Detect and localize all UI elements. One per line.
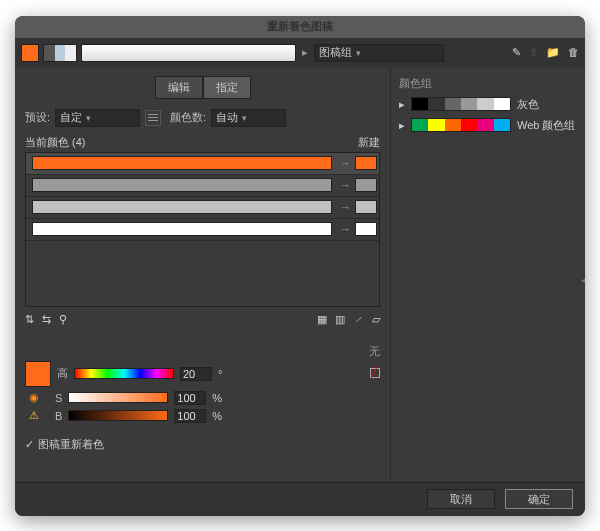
preset-dropdown[interactable]: 自定 bbox=[55, 109, 140, 127]
dialog-window: 重新着色图稿 ▸ 图稿组 ✎ ⇪ 📁 🗑 编辑 指定 预设: 自定 颜色数: 自… bbox=[15, 16, 585, 516]
color-row[interactable]: → bbox=[26, 219, 379, 241]
recolor-checkbox-row[interactable]: ✓ 图稿重新着色 bbox=[25, 437, 380, 452]
arrow-icon[interactable]: → bbox=[336, 157, 355, 169]
gray-swatch bbox=[411, 97, 511, 111]
current-colors-label: 当前颜色 (4) bbox=[25, 135, 86, 150]
web-swatch bbox=[411, 118, 511, 132]
colors-header: 当前颜色 (4) 新建 bbox=[25, 135, 380, 150]
preset-label: 预设: bbox=[25, 110, 50, 125]
left-panel: 编辑 指定 预设: 自定 颜色数: 自动 当前颜色 (4) 新建 →→→→ ⇅ … bbox=[15, 68, 390, 482]
dialog-title: 重新着色图稿 bbox=[267, 19, 333, 34]
color-bar[interactable] bbox=[32, 178, 332, 192]
new-color-chip[interactable] bbox=[355, 156, 377, 170]
tab-edit[interactable]: 编辑 bbox=[155, 76, 203, 99]
eyedropper-icon[interactable]: ✎ bbox=[512, 46, 521, 59]
toolbar-icons: ✎ ⇪ 📁 🗑 bbox=[512, 46, 579, 59]
recolor-checkbox-label: 图稿重新着色 bbox=[38, 437, 104, 452]
color-groups-header: 颜色组 bbox=[399, 76, 577, 91]
color-bar[interactable] bbox=[32, 222, 332, 236]
color-bar[interactable] bbox=[32, 156, 332, 170]
menu-icon[interactable] bbox=[145, 110, 161, 126]
row-controls: ⇅ ⇆ ⚲ ▦ ▥ ⟋ ▱ bbox=[25, 313, 380, 326]
color-row[interactable]: → bbox=[26, 197, 379, 219]
cancel-button[interactable]: 取消 bbox=[427, 489, 495, 509]
arrow-icon[interactable]: → bbox=[336, 223, 355, 235]
new-color-chip[interactable] bbox=[355, 222, 377, 236]
saturation-label: S bbox=[55, 392, 62, 404]
sort-hue-icon[interactable]: ⇆ bbox=[42, 313, 51, 326]
tab-assign[interactable]: 指定 bbox=[203, 76, 251, 99]
hue-slider[interactable] bbox=[74, 368, 174, 379]
chevron-right-icon: ▸ bbox=[399, 119, 405, 132]
color-group-label: 灰色 bbox=[517, 97, 539, 112]
none-label: 无 bbox=[25, 344, 380, 359]
new-color-chip[interactable] bbox=[355, 178, 377, 192]
brightness-input[interactable]: 100 bbox=[174, 409, 206, 423]
new-row-icon[interactable]: ▱ bbox=[372, 313, 380, 326]
checkmark-icon: ✓ bbox=[25, 438, 34, 451]
color-bar[interactable] bbox=[32, 200, 332, 214]
hsb-swatch[interactable] bbox=[25, 361, 51, 387]
color-group-gray[interactable]: ▸ 灰色 bbox=[399, 97, 577, 112]
search-input[interactable] bbox=[81, 44, 296, 62]
upload-icon: ⇪ bbox=[529, 46, 538, 59]
chevron-right-icon: ▸ bbox=[399, 98, 405, 111]
color-count-dropdown[interactable]: 自动 bbox=[211, 109, 286, 127]
preset-row: 预设: 自定 颜色数: 自动 bbox=[25, 109, 380, 127]
saturation-slider[interactable] bbox=[68, 392, 168, 403]
artwork-group-dropdown[interactable]: 图稿组 bbox=[314, 44, 444, 62]
none-swatch-icon[interactable]: ╱ bbox=[370, 368, 380, 380]
color-row[interactable]: → bbox=[26, 153, 379, 175]
hue-label: 高 bbox=[57, 366, 68, 381]
color-row[interactable]: → bbox=[26, 175, 379, 197]
hue-input[interactable]: 20 bbox=[180, 367, 212, 381]
expand-arrow-icon[interactable]: ▸ bbox=[300, 46, 310, 59]
split-icon[interactable]: ▥ bbox=[335, 313, 345, 326]
new-color-chip[interactable] bbox=[355, 200, 377, 214]
brightness-slider[interactable] bbox=[68, 410, 168, 421]
resize-handle-icon[interactable]: ◀ bbox=[581, 275, 585, 285]
exclude-icon[interactable]: ⟋ bbox=[353, 313, 364, 326]
current-color-swatch[interactable] bbox=[21, 44, 39, 62]
arrow-icon[interactable]: → bbox=[336, 201, 355, 213]
saturation-input[interactable]: 100 bbox=[174, 391, 206, 405]
saturation-icon: ◉ bbox=[29, 391, 39, 404]
color-group-web[interactable]: ▸ Web 颜色组 bbox=[399, 118, 577, 133]
tab-bar: 编辑 指定 bbox=[25, 76, 380, 99]
arrow-icon[interactable]: → bbox=[336, 179, 355, 191]
right-panel: 颜色组 ▸ 灰色 ▸ Web 颜色组 ◀ bbox=[390, 68, 585, 482]
merge-icon[interactable]: ▦ bbox=[317, 313, 327, 326]
brightness-warn-icon: ⚠ bbox=[29, 409, 39, 422]
color-count-label: 颜色数: bbox=[170, 110, 206, 125]
dialog-body: 编辑 指定 预设: 自定 颜色数: 自动 当前颜色 (4) 新建 →→→→ ⇅ … bbox=[15, 68, 585, 482]
toolbar: ▸ 图稿组 ✎ ⇪ 📁 🗑 bbox=[15, 38, 585, 68]
color-group-label: Web 颜色组 bbox=[517, 118, 575, 133]
titlebar: 重新着色图稿 bbox=[15, 16, 585, 38]
color-rows: →→→→ bbox=[25, 152, 380, 307]
footer: 取消 确定 bbox=[15, 482, 585, 516]
sort-random-icon[interactable]: ⇅ bbox=[25, 313, 34, 326]
ok-button[interactable]: 确定 bbox=[505, 489, 573, 509]
trash-icon[interactable]: 🗑 bbox=[568, 46, 579, 59]
find-icon[interactable]: ⚲ bbox=[59, 313, 67, 326]
gradient-swatch[interactable] bbox=[43, 44, 77, 62]
hsv-panel: 无 高 20 ° ╱ ◉ S 100 % ⚠ bbox=[25, 344, 380, 427]
folder-icon[interactable]: 📁 bbox=[546, 46, 560, 59]
new-colors-label: 新建 bbox=[358, 135, 380, 150]
brightness-label: B bbox=[55, 410, 62, 422]
